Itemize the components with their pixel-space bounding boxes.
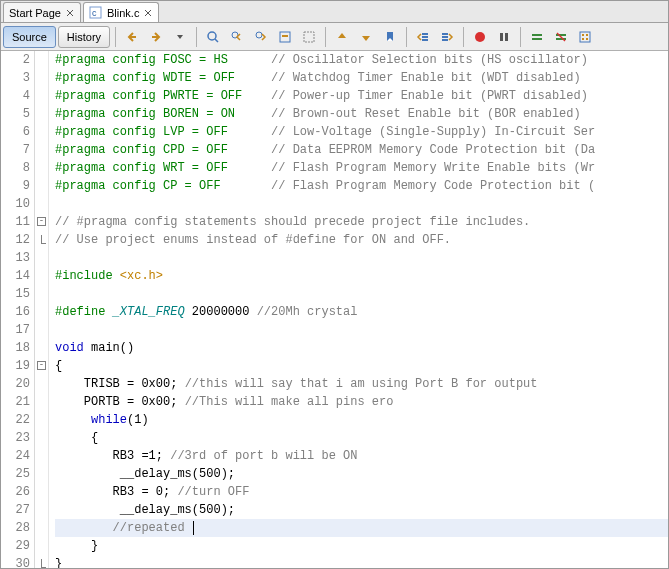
code-line[interactable] (55, 321, 668, 339)
nav-dropdown-icon[interactable] (169, 26, 191, 48)
next-bookmark-icon[interactable] (355, 26, 377, 48)
line-number: 20 (1, 375, 30, 393)
line-number: 10 (1, 195, 30, 213)
history-view-button[interactable]: History (58, 26, 110, 48)
code-line[interactable]: //repeated (55, 519, 668, 537)
code-editor[interactable]: 2345678910111213141516171819202122232425… (1, 51, 668, 568)
svg-rect-7 (152, 36, 158, 38)
svg-rect-19 (442, 33, 448, 35)
settings-icon[interactable] (574, 26, 596, 48)
line-number: 27 (1, 501, 30, 519)
line-number: 17 (1, 321, 30, 339)
code-line[interactable]: __delay_ms(500); (55, 465, 668, 483)
close-icon[interactable] (143, 8, 153, 18)
tab-blink-c[interactable]: c Blink.c (83, 2, 159, 22)
svg-rect-18 (422, 39, 428, 41)
code-line[interactable]: } (55, 537, 668, 555)
code-line[interactable]: // Use project enums instead of #define … (55, 231, 668, 249)
line-number: 24 (1, 447, 30, 465)
fold-end-marker (41, 559, 46, 568)
fold-end-marker (41, 235, 46, 244)
svg-rect-20 (442, 36, 448, 38)
svg-rect-25 (532, 34, 542, 36)
macro-stop-icon[interactable] (493, 26, 515, 48)
shift-left-icon[interactable] (412, 26, 434, 48)
source-view-button[interactable]: Source (3, 26, 56, 48)
find-selection-icon[interactable] (202, 26, 224, 48)
code-line[interactable]: void main() (55, 339, 668, 357)
code-line[interactable]: #pragma config PWRTE = OFF // Power-up T… (55, 87, 668, 105)
nav-fwd-icon[interactable] (145, 26, 167, 48)
code-line[interactable]: TRISB = 0x00; //this will say that i am … (55, 375, 668, 393)
code-line[interactable]: #pragma config WRT = OFF // Flash Progra… (55, 159, 668, 177)
tab-label: Start Page (9, 7, 61, 19)
text-cursor (193, 521, 194, 535)
svg-rect-16 (422, 33, 428, 35)
separator (115, 27, 116, 47)
code-line[interactable] (55, 285, 668, 303)
svg-line-9 (215, 39, 218, 42)
code-line[interactable]: #define _XTAL_FREQ 20000000 //20Mh cryst… (55, 303, 668, 321)
code-line[interactable]: { (55, 429, 668, 447)
code-line[interactable]: __delay_ms(500); (55, 501, 668, 519)
code-line[interactable] (55, 195, 668, 213)
line-number: 29 (1, 537, 30, 555)
code-area[interactable]: #pragma config FOSC = HS // Oscillator S… (49, 51, 668, 568)
macro-record-icon[interactable] (469, 26, 491, 48)
svg-rect-23 (500, 33, 503, 41)
close-icon[interactable] (65, 8, 75, 18)
line-number: 25 (1, 465, 30, 483)
uncomment-icon[interactable] (550, 26, 572, 48)
separator (463, 27, 464, 47)
find-prev-icon[interactable] (226, 26, 248, 48)
find-next-icon[interactable] (250, 26, 272, 48)
code-line[interactable]: { (55, 357, 668, 375)
code-line[interactable]: // #pragma config statements should prec… (55, 213, 668, 231)
code-line[interactable] (55, 249, 668, 267)
tab-start-page[interactable]: Start Page (3, 2, 81, 22)
code-line[interactable]: #pragma config BOREN = ON // Brown-out R… (55, 105, 668, 123)
line-number: 4 (1, 87, 30, 105)
code-line[interactable]: RB3 = 0; //turn OFF (55, 483, 668, 501)
svg-rect-34 (586, 38, 588, 40)
svg-rect-24 (505, 33, 508, 41)
code-line[interactable]: #pragma config FOSC = HS // Oscillator S… (55, 51, 668, 69)
toggle-highlight-icon[interactable] (274, 26, 296, 48)
separator (520, 27, 521, 47)
line-number: 16 (1, 303, 30, 321)
shift-right-icon[interactable] (436, 26, 458, 48)
svg-point-22 (475, 32, 485, 42)
code-line[interactable]: } (55, 555, 668, 568)
line-number: 12 (1, 231, 30, 249)
line-number: 22 (1, 411, 30, 429)
code-line[interactable]: while(1) (55, 411, 668, 429)
line-number: 13 (1, 249, 30, 267)
svg-point-8 (208, 32, 216, 40)
svg-rect-31 (582, 34, 584, 36)
line-number: 21 (1, 393, 30, 411)
toggle-rect-icon[interactable] (298, 26, 320, 48)
code-line[interactable]: #pragma config CP = OFF // Flash Program… (55, 177, 668, 195)
fold-toggle-icon[interactable]: - (37, 217, 46, 226)
comment-icon[interactable] (526, 26, 548, 48)
toggle-bookmark-icon[interactable] (379, 26, 401, 48)
code-line[interactable]: #pragma config CPD = OFF // Data EEPROM … (55, 141, 668, 159)
fold-column[interactable]: -- (35, 51, 49, 568)
code-line[interactable]: PORTB = 0x00; //This will make all pins … (55, 393, 668, 411)
line-number: 14 (1, 267, 30, 285)
svg-rect-6 (130, 36, 136, 38)
fold-toggle-icon[interactable]: - (37, 361, 46, 370)
prev-bookmark-icon[interactable] (331, 26, 353, 48)
code-line[interactable]: #pragma config LVP = OFF // Low-Voltage … (55, 123, 668, 141)
line-number: 28 (1, 519, 30, 537)
svg-rect-21 (442, 39, 448, 41)
line-number: 5 (1, 105, 30, 123)
line-number: 11 (1, 213, 30, 231)
nav-back-icon[interactable] (121, 26, 143, 48)
code-line[interactable]: #include <xc.h> (55, 267, 668, 285)
code-line[interactable]: #pragma config WDTE = OFF // Watchdog Ti… (55, 69, 668, 87)
separator (406, 27, 407, 47)
svg-rect-32 (586, 34, 588, 36)
code-line[interactable]: RB3 =1; //3rd of port b will be ON (55, 447, 668, 465)
line-number: 19 (1, 357, 30, 375)
